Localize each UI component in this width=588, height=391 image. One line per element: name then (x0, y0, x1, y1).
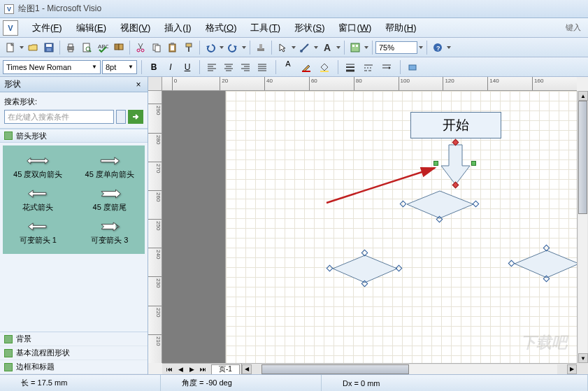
shape-var-arrow-1[interactable]: 可变箭头 1 (3, 217, 73, 248)
print-preview-button[interactable] (79, 40, 94, 55)
new-dropdown[interactable] (19, 46, 24, 49)
page[interactable] (225, 91, 577, 363)
help-dropdown[interactable] (446, 46, 452, 49)
scroll-down-button[interactable]: ▼ (578, 353, 588, 363)
line-weight-button[interactable] (343, 59, 358, 75)
shape-var-arrow-3[interactable]: 可变箭头 3 (75, 217, 145, 248)
size-select[interactable]: 8pt▼ (102, 60, 137, 74)
fill-color-button[interactable] (317, 59, 332, 75)
bold-button[interactable]: B (146, 59, 162, 75)
stamp-button[interactable] (253, 40, 268, 55)
format-painter-button[interactable] (181, 40, 196, 55)
shapes-pane-title: 形状 (4, 78, 21, 90)
svg-line-14 (140, 43, 143, 49)
search-go-button[interactable] (128, 110, 143, 124)
align-left-button[interactable] (204, 59, 220, 75)
pointer-button[interactable] (275, 40, 290, 55)
menu-file[interactable]: 文件(F) (25, 20, 69, 36)
paste-button[interactable] (165, 40, 180, 55)
menu-help[interactable]: 帮助(H) (378, 20, 423, 36)
menu-shape[interactable]: 形状(S) (287, 20, 331, 36)
search-history-dropdown[interactable] (116, 110, 126, 124)
stencil-flowchart[interactable]: 基本流程图形状 (0, 346, 148, 360)
hscroll-thumb[interactable] (261, 364, 410, 374)
research-button[interactable] (111, 40, 127, 55)
scroll-right-button[interactable]: ▶ (567, 364, 577, 374)
scroll-left-button[interactable]: ◀ (242, 364, 252, 374)
page-tab-1[interactable]: 页-1 (211, 364, 240, 374)
doc-icon[interactable]: V (3, 20, 18, 36)
line-pattern-button[interactable] (361, 59, 376, 75)
align-justify-button[interactable] (254, 59, 270, 75)
undo-button[interactable] (203, 40, 218, 55)
shapes-pane: 形状 × 搜索形状: 在此键入搜索条件 箭头形状 45 度双向箭头 45 度单向… (0, 77, 148, 374)
italic-button[interactable]: I (163, 59, 178, 75)
shapes-window-button[interactable] (347, 40, 363, 55)
keyin-hint[interactable]: 键入 (566, 22, 585, 33)
menu-edit[interactable]: 编辑(E) (69, 20, 113, 36)
tab-nav-first[interactable]: ⏮ (164, 364, 175, 374)
line-ends-button[interactable] (379, 59, 394, 75)
shape-45-dual-arrow[interactable]: 45 度双向箭头 (3, 151, 73, 183)
stencil-backgrounds[interactable]: 背景 (0, 332, 148, 346)
copy-button[interactable] (149, 40, 164, 55)
help-button[interactable]: ? (430, 40, 445, 55)
align-right-button[interactable] (238, 59, 253, 75)
menu-insert[interactable]: 插入(I) (157, 20, 198, 36)
close-icon[interactable]: × (134, 80, 143, 90)
shape-fancy-arrow[interactable]: 花式箭头 (3, 184, 73, 215)
pointer-dropdown[interactable] (291, 46, 296, 49)
shape-diamond-2[interactable] (330, 253, 400, 285)
font-color-button[interactable]: A (280, 59, 296, 75)
shape-diamond-3[interactable] (512, 248, 577, 280)
underline-button[interactable]: U (180, 59, 195, 75)
menu-view[interactable]: 视图(V) (113, 20, 157, 36)
zoom-select[interactable]: 75% (375, 41, 417, 54)
scroll-up-button[interactable]: ▲ (578, 91, 588, 101)
cut-button[interactable] (133, 40, 148, 55)
print-button[interactable] (63, 40, 78, 55)
shape-down-arrow-selected[interactable] (436, 141, 475, 189)
vscroll-thumb[interactable] (578, 101, 587, 214)
text-button[interactable]: A (320, 40, 335, 55)
shape-start-terminator[interactable]: 开始 (410, 112, 501, 138)
ruler-horizontal[interactable]: 0 20 40 60 80 100 120 140 160 (162, 77, 577, 91)
align-center-button[interactable] (221, 59, 236, 75)
tab-nav-prev[interactable]: ◀ (175, 364, 186, 374)
horizontal-scrollbar[interactable] (261, 364, 557, 374)
search-input[interactable]: 在此键入搜索条件 (4, 110, 114, 124)
line-color-button[interactable] (299, 59, 314, 75)
tab-nav-next[interactable]: ▶ (186, 364, 197, 374)
zoom-dropdown[interactable] (418, 46, 424, 49)
open-button[interactable] (25, 40, 41, 55)
menu-format[interactable]: 格式(O) (199, 20, 244, 36)
stencil-borders[interactable]: 边框和标题 (0, 360, 148, 374)
save-button[interactable] (41, 40, 57, 55)
text-dropdown[interactable] (336, 46, 341, 49)
canvas[interactable]: 开始 (162, 91, 577, 363)
shape-45-arrow-tail[interactable]: 45 度箭尾 (75, 184, 145, 215)
new-button[interactable] (3, 40, 18, 55)
redo-dropdown[interactable] (241, 46, 247, 49)
redo-button[interactable] (225, 40, 241, 55)
svg-rect-20 (171, 45, 174, 50)
shape-diamond-1[interactable] (403, 189, 477, 220)
ruler-vertical[interactable]: 290 280 270 260 250 240 230 220 210 (148, 91, 162, 363)
format-button[interactable] (405, 59, 420, 75)
connector-button[interactable] (297, 40, 313, 55)
connector-dropdown[interactable] (313, 46, 319, 49)
shape-45-single-arrow[interactable]: 45 度单向箭头 (75, 151, 145, 183)
shapes-window-dropdown[interactable] (364, 46, 369, 49)
selection-handle[interactable] (471, 161, 476, 166)
stencil-header-arrows[interactable]: 箭头形状 (0, 129, 148, 143)
spellcheck-button[interactable]: ABC (95, 40, 110, 55)
tab-nav-last[interactable]: ⏭ (197, 364, 208, 374)
page-tabs: ⏮ ◀ ▶ ⏭ 页-1 (162, 364, 242, 374)
undo-dropdown[interactable] (219, 46, 224, 49)
selection-handle[interactable] (433, 161, 438, 166)
vertical-scrollbar[interactable]: ▲ ▼ (577, 91, 588, 363)
menu-tools[interactable]: 工具(T) (243, 20, 287, 36)
menu-window[interactable]: 窗口(W) (331, 20, 378, 36)
svg-rect-22 (186, 43, 192, 47)
font-select[interactable]: Times New Roman▼ (3, 60, 101, 74)
